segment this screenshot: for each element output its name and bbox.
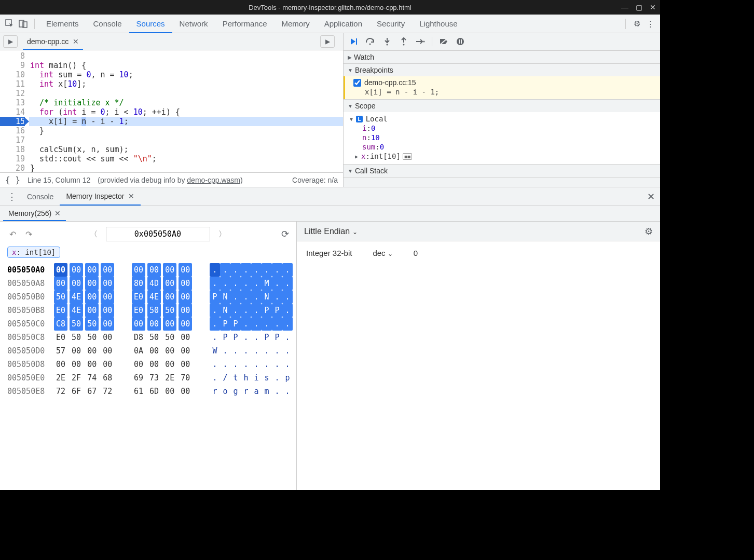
line-gutter: 891011121314151617181920 <box>0 50 29 172</box>
prev-page-icon[interactable]: 〈 <box>87 228 101 240</box>
object-badge[interactable]: x: int[10] <box>7 247 60 258</box>
svg-point-5 <box>387 44 388 46</box>
window-titlebar: DevTools - memory-inspector.glitch.me/de… <box>0 0 660 15</box>
tab-elements[interactable]: Elements <box>39 15 86 33</box>
int-base-select[interactable]: dec ⌄ <box>373 249 392 257</box>
drawer-tabstrip: ⋮ Console Memory Inspector ✕ ✕ <box>0 187 660 206</box>
tab-console[interactable]: Console <box>86 15 129 33</box>
debugger-toolbar <box>344 33 660 50</box>
tab-console[interactable]: Console <box>21 188 60 205</box>
file-tab-label: demo-cpp.cc <box>27 37 68 46</box>
resume-icon[interactable] <box>349 36 359 47</box>
step-into-icon[interactable] <box>382 36 392 47</box>
step-icon[interactable] <box>415 36 426 47</box>
coverage-label: Coverage: n/a <box>292 176 338 184</box>
wasm-link[interactable]: demo-cpp.wasm <box>187 176 240 184</box>
scope-var-n[interactable]: n: 10 <box>344 133 660 142</box>
chevron-right-icon: ▶ <box>348 54 352 60</box>
window-close-icon[interactable]: ✕ <box>650 3 656 11</box>
tab-application[interactable]: Application <box>317 15 369 33</box>
local-badge-icon: L <box>356 116 363 122</box>
tab-security[interactable]: Security <box>369 15 412 33</box>
debugger-toggle-icon[interactable]: ▶ <box>320 35 335 48</box>
breakpoint-checkbox[interactable] <box>353 79 361 87</box>
watch-section[interactable]: ▶ Watch <box>344 50 660 63</box>
tab-network[interactable]: Network <box>172 15 215 33</box>
tab-memory-inspector[interactable]: Memory Inspector ✕ <box>60 187 141 206</box>
redo-icon[interactable]: ↷ <box>23 228 34 240</box>
memory-settings-icon[interactable]: ⚙ <box>645 226 653 237</box>
navigator-toggle-icon[interactable]: ▶ <box>3 35 18 48</box>
code-lines[interactable]: int main() { int sum = 0, n = 10; int x[… <box>29 50 343 172</box>
svg-point-4 <box>369 44 371 45</box>
device-toggle-icon[interactable] <box>17 17 30 31</box>
int-type-label: Integer 32-bit <box>306 249 352 257</box>
hex-viewer[interactable]: 005050A00000000000000000........005050A8… <box>7 263 289 398</box>
svg-rect-3 <box>356 38 357 45</box>
more-menu-icon[interactable]: ⋮ <box>643 17 657 31</box>
breakpoint-item[interactable]: demo-cpp.cc:15 x[i] = n - i - 1; <box>344 76 660 99</box>
close-icon[interactable]: ✕ <box>73 37 79 46</box>
editor-tabstrip: ▶ demo-cpp.cc ✕ ▶ <box>0 33 343 50</box>
window-maximize-icon[interactable]: ▢ <box>636 3 642 11</box>
window-title: DevTools - memory-inspector.glitch.me/de… <box>249 4 412 11</box>
svg-rect-10 <box>459 39 460 44</box>
devtools-toolbar: ElementsConsoleSourcesNetworkPerformance… <box>0 15 660 33</box>
chevron-down-icon: ▼ <box>348 168 353 174</box>
file-tab-demo-cpp[interactable]: demo-cpp.cc ✕ <box>23 34 83 50</box>
cursor-position: Line 15, Column 12 <box>28 176 90 184</box>
scope-var-x[interactable]: ▶x: int[10]◼◼ <box>344 152 660 161</box>
window-minimize-icon[interactable]: — <box>621 3 628 11</box>
tab-lighthouse[interactable]: Lighthouse <box>412 15 464 33</box>
scope-var-i[interactable]: i: 0 <box>344 124 660 133</box>
callstack-section[interactable]: ▼ Call Stack <box>344 164 660 177</box>
breakpoints-section[interactable]: ▼ Breakpoints <box>344 63 660 76</box>
drawer-close-icon[interactable]: ✕ <box>647 191 655 202</box>
tab-sources[interactable]: Sources <box>129 15 172 33</box>
step-out-icon[interactable] <box>399 36 409 47</box>
deactivate-breakpoints-icon[interactable] <box>438 36 449 47</box>
format-icon[interactable]: { } <box>5 175 20 185</box>
pause-exceptions-icon[interactable] <box>455 36 465 47</box>
debug-info-source: (provided via debug info by demo-cpp.was… <box>98 176 242 184</box>
endian-select[interactable]: Little Endian ⌄ <box>304 227 358 236</box>
tab-memory[interactable]: Memory <box>275 15 317 33</box>
chevron-down-icon: ⌄ <box>388 250 393 257</box>
scope-local[interactable]: ▼LLocal <box>344 114 660 124</box>
svg-point-7 <box>423 41 425 43</box>
tab-performance[interactable]: Performance <box>215 15 275 33</box>
svg-rect-11 <box>461 39 462 44</box>
scope-var-sum[interactable]: sum: 0 <box>344 142 660 152</box>
refresh-icon[interactable]: ⟳ <box>281 228 289 240</box>
close-icon[interactable]: ✕ <box>54 209 61 217</box>
step-over-icon[interactable] <box>365 36 376 47</box>
svg-point-6 <box>403 44 405 46</box>
next-page-icon[interactable]: 〉 <box>215 228 229 240</box>
memory-tab[interactable]: Memory(256) ✕ <box>3 206 66 221</box>
address-input[interactable] <box>106 227 210 241</box>
undo-icon[interactable]: ↶ <box>7 228 18 240</box>
breakpoint-location: demo-cpp.cc:15 <box>364 78 416 87</box>
chevron-down-icon: ▼ <box>348 67 353 73</box>
int-value: 0 <box>414 249 418 257</box>
scope-section[interactable]: ▼ Scope <box>344 99 660 112</box>
drawer-more-icon[interactable]: ⋮ <box>3 191 21 202</box>
inspect-icon[interactable] <box>3 17 17 31</box>
breakpoint-code: x[i] = n - i - 1; <box>353 88 656 96</box>
editor-statusbar: { } Line 15, Column 12 (provided via deb… <box>0 172 343 187</box>
chevron-down-icon: ⌄ <box>352 228 358 236</box>
memory-chip-icon[interactable]: ◼◼ <box>403 153 412 160</box>
close-icon[interactable]: ✕ <box>128 192 134 200</box>
settings-gear-icon[interactable]: ⚙ <box>630 17 643 31</box>
svg-point-9 <box>457 38 464 45</box>
chevron-down-icon: ▼ <box>348 103 353 109</box>
